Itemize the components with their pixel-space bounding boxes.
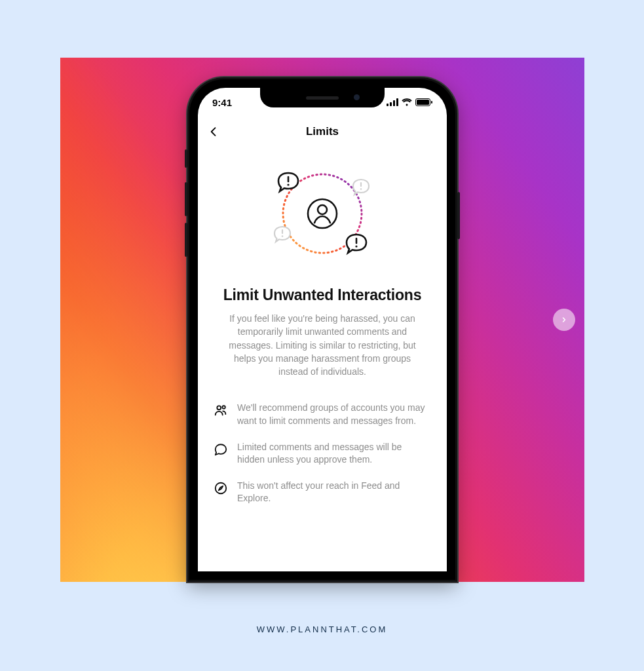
cellular-signal-icon <box>387 98 398 106</box>
footer-url: WWW.PLANNTHAT.COM <box>0 624 644 634</box>
promo-image-frame: 9:41 <box>60 58 584 582</box>
phone-volume-down <box>185 223 187 257</box>
chevron-left-icon <box>207 125 220 138</box>
bullet-text: We'll recommend groups of accounts you m… <box>237 402 431 427</box>
hero-illustration <box>198 156 447 271</box>
headline: Limit Unwanted Interactions <box>198 286 447 304</box>
svg-point-19 <box>222 406 225 409</box>
status-time: 9:41 <box>212 97 232 108</box>
bullet-row: We'll recommend groups of accounts you m… <box>214 395 431 434</box>
bullet-text: This won't affect your reach in Feed and… <box>237 480 431 505</box>
svg-marker-21 <box>219 486 223 490</box>
bullet-list: We'll recommend groups of accounts you m… <box>198 391 447 512</box>
svg-point-11 <box>287 183 289 185</box>
bullet-row: Limited comments and messages will be hi… <box>214 434 431 473</box>
phone-speaker <box>306 96 339 100</box>
svg-point-20 <box>216 483 227 494</box>
svg-point-15 <box>360 188 362 190</box>
phone-notch <box>260 88 385 107</box>
status-indicators <box>387 98 432 106</box>
svg-point-18 <box>217 406 221 410</box>
svg-rect-6 <box>431 101 432 104</box>
comment-icon <box>214 441 228 457</box>
phone-power-button <box>457 192 460 239</box>
phone-camera <box>354 94 360 100</box>
svg-point-9 <box>318 205 327 214</box>
svg-rect-1 <box>390 102 392 106</box>
svg-point-13 <box>355 245 357 247</box>
bullet-text: Limited comments and messages will be hi… <box>237 441 431 467</box>
svg-rect-3 <box>396 98 398 106</box>
back-button[interactable] <box>207 125 220 138</box>
phone-screen: 9:41 <box>198 88 447 571</box>
screen-header: Limits <box>198 117 447 147</box>
phone-mute-switch <box>185 149 187 168</box>
svg-rect-0 <box>387 104 388 106</box>
subtext: If you feel like you're being harassed, … <box>198 304 447 391</box>
svg-rect-2 <box>393 100 395 106</box>
phone-volume-up <box>185 182 187 216</box>
phone-mockup: 9:41 <box>187 77 457 582</box>
chevron-right-icon <box>560 316 568 324</box>
battery-icon <box>415 98 432 106</box>
screen-title: Limits <box>306 125 339 138</box>
bullet-row: This won't affect your reach in Feed and… <box>214 473 431 512</box>
wifi-icon <box>402 98 412 106</box>
svg-point-17 <box>282 235 284 237</box>
compass-icon <box>214 480 228 495</box>
svg-rect-5 <box>417 100 429 105</box>
carousel-next-button[interactable] <box>553 309 575 331</box>
people-icon <box>214 402 228 417</box>
